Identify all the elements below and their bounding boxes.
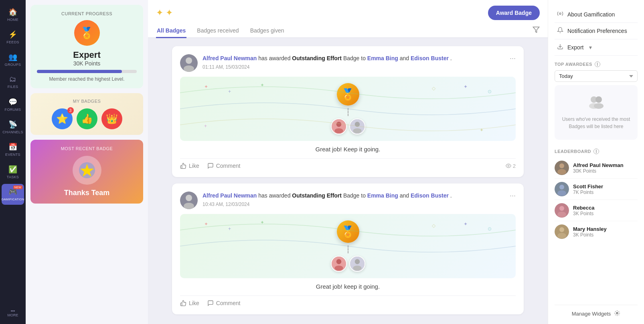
svg-point-5 [184, 65, 194, 72]
most-recent-badge-name: Thanks Team [37, 189, 137, 197]
post-badge-2: Outstanding Effort [292, 192, 342, 199]
sidebar-label-groups: GROUPS [5, 63, 21, 67]
leaderboard-avatar-2 [555, 203, 569, 218]
top-awardees-info-icon[interactable]: i [595, 61, 600, 67]
leaderboard-points-3: 3K Points [573, 232, 638, 238]
badge-count: 3 [67, 107, 74, 114]
main-header: ✦ ✦ Award Badge [148, 0, 548, 20]
post-menu-1[interactable]: ··· [510, 54, 516, 63]
leaderboard-item-3[interactable]: Mary Hansley 3K Points [555, 221, 638, 242]
notification-preferences-item[interactable]: Notification Preferences [555, 23, 638, 39]
events-icon: 📅 [8, 143, 17, 151]
leaderboard-label: LEADERBOARD [555, 149, 591, 154]
manage-widgets-bar[interactable]: Manage Widgets [555, 305, 638, 318]
sidebar-item-tasks[interactable]: ✅ TASKS [2, 161, 24, 182]
sidebar-item-events[interactable]: 📅 EVENTS [2, 139, 24, 160]
post-author-2[interactable]: Alfred Paul Newman [203, 192, 257, 199]
svg-point-29 [559, 163, 564, 168]
leaderboard-avatar-1 [555, 182, 569, 196]
comment-button-1[interactable]: Comment [207, 163, 241, 169]
filter-icon[interactable] [533, 26, 540, 35]
like-button-1[interactable]: Like [180, 163, 199, 169]
badge-star[interactable]: ⭐ 3 [52, 108, 73, 129]
post-recipient1-2[interactable]: Emma Bing [367, 192, 398, 199]
leaderboard-info-icon[interactable]: i [593, 149, 599, 154]
forums-icon: 💬 [8, 98, 17, 106]
sidebar-item-forums[interactable]: 💬 FORUMS [2, 94, 24, 115]
post-period-1: . [450, 55, 452, 61]
sidebar-item-channels[interactable]: 📡 CHANNELS [2, 116, 24, 137]
svg-point-38 [559, 227, 564, 232]
leaderboard-item-0[interactable]: Alfred Paul Newman 30K Points [555, 157, 638, 179]
svg-point-15 [184, 203, 194, 209]
svg-point-22 [559, 13, 561, 14]
leaderboard-info-3: Mary Hansley 3K Points [573, 226, 638, 238]
tab-badges-given[interactable]: Badges given [249, 24, 285, 38]
award-badge-button[interactable]: Award Badge [488, 6, 540, 20]
leaderboard-item-2[interactable]: Rebecca 3K Points [555, 200, 638, 221]
my-badges-label: MY BADGES [36, 99, 138, 104]
about-gamification-icon [557, 10, 563, 18]
export-item[interactable]: Export ▾ [555, 39, 638, 56]
left-panel: CURRENT PROGRESS 🏅 Expert 30K Points Mem… [26, 0, 148, 324]
leaderboard-name-0: Alfred Paul Newman [573, 162, 638, 168]
post-recipient1-1[interactable]: Emma Bing [367, 55, 398, 61]
about-gamification-item[interactable]: About Gamification [555, 6, 638, 23]
svg-point-33 [557, 190, 566, 196]
svg-point-35 [559, 206, 564, 211]
comment-label-1: Comment [216, 163, 241, 169]
badges-row: ⭐ 3 👍 👑 [36, 108, 138, 129]
sparkles-icon: ✦ ✦ [156, 8, 173, 18]
post-badge-visual-2: ✦ + ✦ ◇ ✦ ⊙ 🏅 [180, 214, 516, 278]
like-label-2: Like [189, 300, 199, 306]
export-icon [557, 43, 563, 51]
files-icon: 🗂 [9, 75, 16, 84]
manage-widgets-label: Manage Widgets [572, 311, 611, 317]
leaderboard-info-0: Alfred Paul Newman 30K Points [573, 162, 638, 174]
badge-thumbsup[interactable]: 👍 [77, 108, 97, 129]
like-button-2[interactable]: Like [180, 300, 199, 306]
post-author-1[interactable]: Alfred Paul Newman [203, 55, 257, 61]
about-gamification-label: About Gamification [567, 11, 615, 18]
comment-button-2[interactable]: Comment [207, 300, 241, 306]
post-recipient2-2[interactable]: Edison Buster [411, 192, 449, 199]
sidebar-item-home[interactable]: 🏠 HOME [2, 4, 24, 25]
leaderboard-list: Alfred Paul Newman 30K Points Scott Fish… [555, 157, 638, 242]
sidebar-item-feeds[interactable]: ⚡ FEEDS [2, 26, 24, 47]
notification-preferences-icon [557, 27, 563, 35]
svg-point-40 [616, 312, 618, 314]
post-menu-2[interactable]: ··· [510, 192, 516, 200]
svg-point-36 [557, 212, 566, 217]
most-recent-label: MOST RECENT BADGE [37, 146, 137, 151]
post-period-2: . [450, 192, 452, 199]
leaderboard-name-1: Scott Fisher [573, 183, 638, 190]
leaderboard-avatar-3 [555, 224, 569, 239]
badge-crown[interactable]: 👑 [101, 108, 122, 129]
level-title: Expert [37, 50, 137, 60]
post-header-1: Alfred Paul Newman has awarded Outstandi… [180, 54, 516, 72]
sidebar-item-files[interactable]: 🗂 FILES [2, 71, 24, 92]
sidebar-more[interactable]: ••• MORE [2, 306, 24, 320]
post-action2-2: Badge to [343, 192, 367, 199]
avatar-2 [180, 192, 198, 209]
post-timestamp-1: 01:11 AM, 15/03/2024 [203, 63, 505, 71]
sidebar-label-tasks: TASKS [7, 175, 19, 179]
sidebar-item-gamification[interactable]: NEW 🎮 GAMIFICATION [2, 184, 24, 205]
top-awardees-dropdown[interactable]: Today This Week This Month All Time [555, 70, 638, 82]
post-recipient2-1[interactable]: Edison Buster [411, 55, 449, 61]
svg-point-27 [594, 103, 603, 109]
sidebar-item-groups[interactable]: 👥 GROUPS [2, 49, 24, 70]
post-actions-2: Like Comment [180, 295, 516, 306]
tab-all-badges[interactable]: All Badges [156, 24, 186, 38]
post-text-2: Alfred Paul Newman has awarded Outstandi… [203, 192, 505, 208]
leaderboard-item-1[interactable]: Scott Fisher 7K Points [555, 179, 638, 200]
like-label-1: Like [189, 163, 199, 169]
leaderboard-points-2: 3K Points [573, 211, 638, 216]
leaderboard-info-1: Scott Fisher 7K Points [573, 183, 638, 195]
most-recent-badge-card: MOST RECENT BADGE Thanks Team [30, 140, 143, 204]
post-card-1: Alfred Paul Newman has awarded Outstandi… [172, 46, 524, 177]
post-action2-1: Badge to [343, 55, 367, 61]
tab-badges-received[interactable]: Badges received [196, 24, 239, 38]
svg-point-32 [559, 185, 564, 190]
sidebar-label-channels: CHANNELS [2, 130, 23, 134]
